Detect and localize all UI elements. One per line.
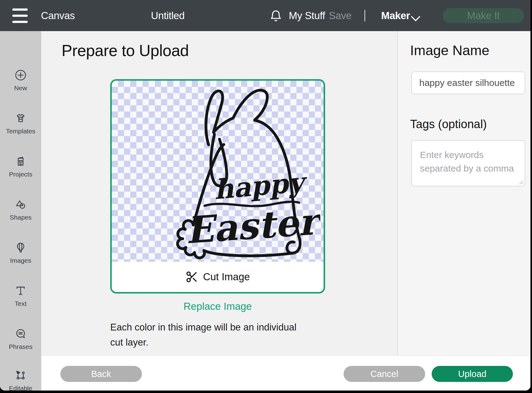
nav-canvas[interactable]: Canvas — [41, 10, 75, 22]
save-button[interactable]: Save — [329, 10, 352, 22]
uploaded-image-preview: happy Easter — [165, 86, 320, 260]
replace-image-link[interactable]: Replace Image — [110, 301, 325, 312]
make-it-label: Make It — [467, 10, 500, 22]
sidebar-item-label: Shapes — [0, 213, 41, 221]
document-title[interactable]: Untitled — [151, 10, 184, 22]
topbar-divider — [365, 10, 365, 22]
sidebar-item-editable-images[interactable]: Editable Images — [0, 370, 41, 391]
scissors-icon — [185, 270, 198, 283]
top-bar: Canvas Untitled My Stuff Save Maker Make… — [0, 0, 530, 31]
make-it-button[interactable]: Make It — [443, 8, 524, 23]
sidebar-item-templates[interactable]: Templates — [0, 112, 41, 135]
notifications-bell-icon[interactable] — [269, 7, 283, 24]
app-window: Canvas Untitled My Stuff Save Maker Make… — [0, 0, 530, 391]
sidebar-item-label: Images — [0, 256, 41, 265]
projects-card-icon — [15, 156, 26, 167]
transparency-checker-background: happy Easter — [112, 81, 324, 262]
back-button[interactable]: Back — [60, 366, 142, 382]
phrases-bubble-icon — [15, 328, 26, 340]
editable-images-icon — [15, 370, 26, 381]
sidebar-item-label: Templates — [0, 127, 41, 135]
cancel-button[interactable]: Cancel — [344, 366, 425, 382]
cut-image-row: Cut Image — [112, 262, 324, 292]
sidebar-item-new[interactable]: New — [0, 69, 41, 92]
sidebar-item-projects[interactable]: Projects — [0, 156, 41, 178]
artwork-word-easter: Easter — [184, 199, 320, 252]
sidebar-item-label: Phrases — [0, 342, 41, 351]
new-plus-icon — [15, 69, 26, 81]
sidebar-item-phrases[interactable]: Phrases — [0, 328, 41, 351]
cut-layer-description: Each color in this image will be an indi… — [110, 320, 309, 350]
sidebar-item-label: Projects — [0, 170, 41, 178]
upload-button[interactable]: Upload — [432, 366, 513, 382]
sidebar-item-label: Text — [0, 299, 41, 308]
my-stuff-link[interactable]: My Stuff — [289, 10, 325, 22]
tags-input[interactable] — [411, 140, 525, 186]
footer-bar: Back Cancel Upload — [41, 355, 530, 391]
tags-heading: Tags (optional) — [410, 118, 487, 131]
sidebar-item-label: Editable Images — [0, 384, 41, 391]
image-name-heading: Image Name — [410, 43, 490, 59]
sidebar-item-text[interactable]: Text — [0, 285, 41, 308]
sidebar-item-shapes[interactable]: Shapes — [0, 199, 41, 221]
chevron-down-icon[interactable] — [411, 13, 421, 19]
image-name-input[interactable] — [411, 71, 525, 94]
menu-hamburger-icon[interactable] — [12, 8, 28, 23]
sidebar-item-images[interactable]: Images — [0, 242, 41, 265]
shapes-icon — [15, 199, 26, 210]
cut-image-label: Cut Image — [203, 271, 250, 283]
page-title: Prepare to Upload — [62, 41, 189, 60]
images-balloon-icon — [15, 242, 26, 253]
templates-tshirt-icon — [15, 112, 26, 124]
panel-divider — [397, 31, 398, 355]
sidebar: New Templates Projects — [0, 31, 41, 391]
sidebar-item-label: New — [0, 84, 41, 92]
text-icon — [15, 285, 26, 297]
machine-selector[interactable]: Maker — [381, 10, 410, 22]
image-preview-card[interactable]: happy Easter Cut Image — [110, 79, 325, 294]
